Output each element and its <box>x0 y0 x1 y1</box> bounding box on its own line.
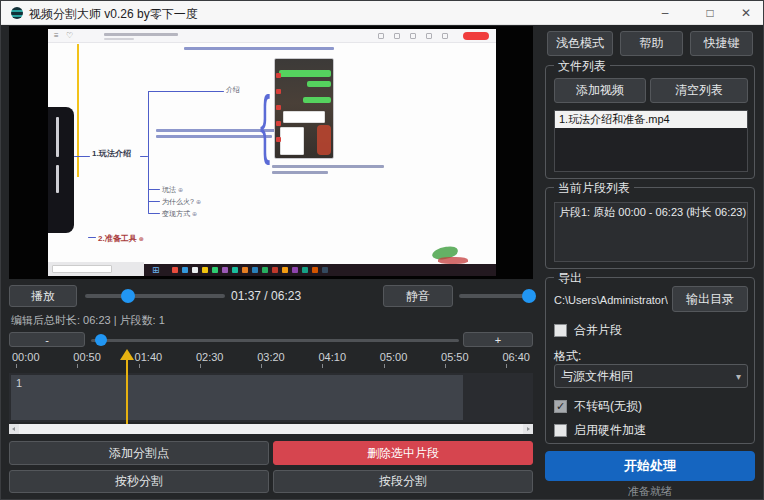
chat-bubble <box>303 97 331 103</box>
chat-bubble <box>307 81 331 87</box>
panel-vertical-text-bar <box>56 117 59 157</box>
annotation-text-bar <box>272 171 328 174</box>
hw-accel-label: 启用硬件加速 <box>574 422 646 439</box>
ruler-tick: 05:00 <box>380 351 408 371</box>
tree-line <box>148 201 160 202</box>
scroll-left-arrow-icon[interactable] <box>9 424 19 434</box>
delete-selected-segment-button[interactable]: 删除选中片段 <box>273 441 533 465</box>
merge-segments-checkbox[interactable] <box>554 324 567 337</box>
timeline-zoom-slider[interactable] <box>91 332 459 347</box>
playhead-line[interactable] <box>126 359 128 424</box>
phone-avatar <box>276 121 281 126</box>
tree-line <box>74 156 90 157</box>
playhead-arrow-icon[interactable] <box>120 349 134 360</box>
merge-segments-row[interactable]: 合并片段 <box>554 322 622 339</box>
tree-line <box>148 91 149 213</box>
hw-accel-row[interactable]: 启用硬件加速 <box>554 422 646 439</box>
taskbar-app-icon <box>212 267 218 273</box>
zoom-handle[interactable] <box>95 334 107 346</box>
tree-line <box>148 91 224 92</box>
video-watermark <box>438 257 468 264</box>
split-by-seconds-button[interactable]: 按秒分割 <box>9 470 269 493</box>
play-button[interactable]: 播放 <box>9 285 77 307</box>
close-icon[interactable]: ✕ <box>727 1 764 25</box>
volume-track[interactable] <box>459 294 531 298</box>
video-side-panel <box>48 107 74 233</box>
help-button[interactable]: 帮助 <box>620 31 683 56</box>
expand-icon: ⊕ <box>178 187 183 193</box>
file-list-group: 文件列表 添加视频 清空列表 1.玩法介绍和准备.mp4 <box>545 65 755 179</box>
expand-icon: ⊕ <box>139 236 144 242</box>
taskbar-app-icon <box>182 267 188 273</box>
scroll-right-arrow-icon[interactable] <box>523 424 533 434</box>
taskbar-app-icon <box>292 267 298 273</box>
output-directory-button[interactable]: 输出目录 <box>672 286 748 312</box>
ruler-tick: 03:20 <box>257 351 285 371</box>
zoom-track[interactable] <box>91 339 459 342</box>
video-tab <box>52 265 112 273</box>
export-group: 导出 C:\Users\Administrator\De 输出目录 合并片段 格… <box>545 277 755 444</box>
video-preview[interactable]: ≡ ♡ <box>9 26 533 279</box>
format-dropdown[interactable]: 与源文件相同 ▾ <box>554 364 748 388</box>
clear-list-button[interactable]: 清空列表 <box>650 78 748 103</box>
zoom-out-button[interactable]: - <box>9 332 85 347</box>
hw-accel-checkbox[interactable] <box>554 424 567 437</box>
seek-slider[interactable] <box>85 285 225 307</box>
video-yellow-guide-line <box>77 44 79 177</box>
segment-list-item[interactable]: 片段1: 原始 00:00 - 06:23 (时长 06:23) <box>555 203 747 222</box>
volume-handle[interactable] <box>522 289 536 303</box>
tree-line <box>148 213 160 214</box>
no-transcode-label: 不转码(无损) <box>574 398 642 415</box>
file-list-title: 文件列表 <box>554 58 610 75</box>
ruler-tick: 06:40 <box>502 351 530 371</box>
file-listbox[interactable]: 1.玩法介绍和准备.mp4 <box>554 110 748 172</box>
video-tool-icon <box>426 33 432 39</box>
taskbar-app-icon <box>272 267 278 273</box>
no-transcode-checkbox[interactable]: ✓ <box>554 400 567 413</box>
mute-button[interactable]: 静音 <box>383 285 453 307</box>
heart-icon: ♡ <box>66 31 73 41</box>
hotkeys-button[interactable]: 快捷键 <box>690 31 753 56</box>
taskbar-app-icon <box>242 267 248 273</box>
segment-block[interactable]: 1 <box>11 375 463 420</box>
video-toolbar: ≡ ♡ <box>48 29 496 43</box>
annotation-text-bar <box>272 165 384 168</box>
ruler-tick: 05:50 <box>441 351 469 371</box>
timeline-track[interactable]: 1 <box>9 373 533 422</box>
output-path: C:\Users\Administrator\De <box>554 294 668 306</box>
segment-list-group: 当前片段列表 片段1: 原始 00:00 - 06:23 (时长 06:23) <box>545 187 755 269</box>
zoom-in-button[interactable]: + <box>463 332 533 347</box>
seek-track[interactable] <box>85 294 225 298</box>
phone-screenshot <box>274 58 334 159</box>
taskbar-app-icon <box>252 267 258 273</box>
chevron-down-icon: ▾ <box>736 371 741 382</box>
video-doc-title-bar <box>104 33 178 36</box>
minimize-icon[interactable]: – <box>646 1 684 25</box>
light-mode-button[interactable]: 浅色模式 <box>547 31 613 56</box>
windows-start-icon: ⊞ <box>152 265 160 275</box>
segment-listbox[interactable]: 片段1: 原始 00:00 - 06:23 (时长 06:23) <box>554 202 748 262</box>
mindmap-child-node: 为什么火?⊕ <box>162 197 201 207</box>
ruler-tick: 02:30 <box>196 351 224 371</box>
annotation-text-bar <box>156 135 272 138</box>
video-frame: ≡ ♡ <box>48 29 496 276</box>
phone-tooltip <box>283 111 325 123</box>
video-tool-icon <box>410 33 416 39</box>
mindmap-child-node: 玩法⊕ <box>162 185 183 195</box>
timeline-scrollbar[interactable] <box>9 424 533 434</box>
volume-slider[interactable] <box>459 285 531 307</box>
annotation-text-bar <box>184 47 334 50</box>
seek-handle[interactable] <box>121 289 135 303</box>
file-list-item-selected[interactable]: 1.玩法介绍和准备.mp4 <box>555 111 747 128</box>
tree-line <box>88 237 96 238</box>
start-processing-button[interactable]: 开始处理 <box>545 451 755 481</box>
add-video-button[interactable]: 添加视频 <box>554 78 646 103</box>
taskbar-app-icon <box>312 267 318 273</box>
maximize-icon[interactable]: □ <box>691 1 729 25</box>
phone-photo-blob <box>317 125 331 155</box>
no-transcode-row[interactable]: ✓ 不转码(无损) <box>554 398 642 415</box>
segment-number: 1 <box>16 377 22 389</box>
split-by-segments-button[interactable]: 按段分割 <box>273 470 533 493</box>
expand-icon: ⊕ <box>192 211 197 217</box>
add-split-point-button[interactable]: 添加分割点 <box>9 441 269 465</box>
